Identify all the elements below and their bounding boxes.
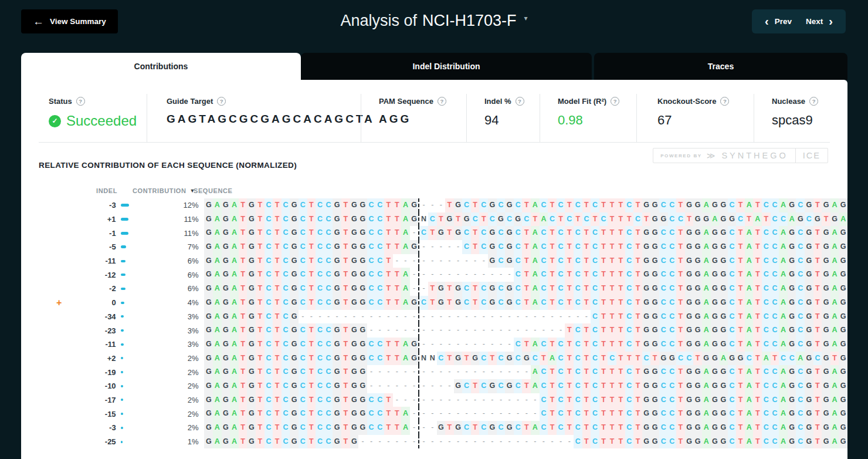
base-cell: C [574,240,582,254]
help-icon[interactable]: ? [217,97,226,106]
base-cell: A [401,268,410,282]
base-cell: T [599,338,608,352]
sequence: GAGATGTCTCGCTCCGTGG---------------------… [204,323,847,338]
prev-button[interactable]: ‹ Prev [760,16,796,28]
base-cell: G [358,282,367,296]
sequence-row[interactable]: -102%GAGATGTCTCGCTCCGTGG----------GCTCGC… [21,379,847,393]
base-cell: G [358,212,367,227]
nuclease-value: spcas9 [772,113,847,128]
base-cell: G [204,268,213,282]
sequence-row[interactable]: -57%GAGATGTCTCGCTCCGTGGCCTTAG-----CTCGCG… [21,240,847,254]
gap-cell: - [410,254,419,268]
base-cell: T [548,226,557,240]
base-cell: G [685,226,694,240]
sequence-row[interactable]: -343%GAGATGTCTCG------------------------… [21,310,847,324]
base-cell: A [230,226,239,240]
base-cell: A [779,198,788,212]
contribution-bar [121,343,124,346]
base-cell: T [599,226,608,240]
sequence-row[interactable]: -233%GAGATGTCTCGCTCCGTGG----------------… [21,323,847,338]
base-cell: T [676,240,685,254]
content-panel: Status ? ✓ Succeeded Guide Target ? GAGT… [21,80,847,459]
base-cell: C [659,435,668,449]
base-cell: C [505,212,514,227]
help-icon[interactable]: ? [809,97,818,106]
gap-cell: - [437,338,446,352]
sequence-row[interactable]: +111%GAGATGTCTCGCTCCGTGGCCTTAGNCTGTGCTCG… [21,212,847,227]
sequence-row[interactable]: -192%GAGATGTCTCGCTCCGTGG----------------… [21,365,847,379]
base-cell: T [307,240,316,254]
sequence-row[interactable]: +04%GAGATGTCTCGCTCCGTGGCCTTAGCTGTGCTCGCG… [21,296,847,310]
base-cell: G [358,198,367,212]
base-cell: C [574,226,582,240]
next-button[interactable]: Next › [801,16,838,28]
sequence-row[interactable]: -116%GAGATGTCTCGCTCCGTGGCCT-----------GC… [21,254,847,268]
base-cell: C [324,323,333,338]
base-cell: C [265,393,273,407]
help-icon[interactable]: ? [438,97,446,106]
base-cell: T [239,435,247,449]
indel-percent-value: 94 [484,113,540,128]
base-cell: C [728,435,737,449]
tab-contributions[interactable]: Contributions [21,53,301,80]
base-cell: C [367,268,376,282]
base-cell: G [204,240,213,254]
base-cell: C [574,282,582,296]
base-cell: G [685,282,694,296]
base-cell: G [685,365,694,379]
contribution-column-header[interactable]: CONTRIBUTION ▼ [117,187,188,194]
base-cell: C [625,240,634,254]
base-cell: A [213,268,222,282]
sequence-row[interactable]: -312%GAGATGTCTCGCTCCGTGGCCTTAG---TGCTCGC… [21,198,847,212]
help-icon[interactable]: ? [516,97,524,106]
sequence-row[interactable]: -126%GAGATGTCTCGCTCCGTGGCCTTA-----------… [21,268,847,282]
sequence-row[interactable]: -32%GAGATGTCTCGCTCCGTGGCCTTA---GTGCTCGCG… [21,421,847,435]
base-cell: C [668,240,677,254]
help-icon[interactable]: ? [720,97,729,106]
base-cell: C [625,435,634,449]
title-dropdown-caret-icon[interactable]: ▾ [524,14,528,22]
tab-traces[interactable]: Traces [594,53,847,80]
sequence-row[interactable]: +22%GAGATGTCTCGCTCCGTGGCCTTAGNNCTGTGCTCG… [21,352,847,366]
sequence: GAGATGTCTCGCTCCGTGGCCTTAGCTGTGCTCGCGCTAC… [204,296,847,310]
base-cell: T [307,282,316,296]
base-cell: T [273,310,282,324]
gap-cell: - [445,268,454,282]
gap-cell: - [548,323,557,338]
base-cell: C [282,282,290,296]
base-cell: T [608,379,616,393]
base-cell: G [711,226,720,240]
base-cell: G [805,393,813,407]
sequence-row[interactable]: -26%GAGATGTCTCGCTCCGTGGCCTTA--TGTGCTCGCG… [21,282,847,296]
base-cell: C [324,379,333,393]
help-icon[interactable]: ? [76,97,85,106]
sequence-row[interactable]: -111%GAGATGTCTCGCTCCGTGGCCTTA-CTGTGCTCGC… [21,226,847,240]
sequence: GAGATGTCTCGCTCCGTGGCCT-----------GCGCTAC… [204,254,847,268]
base-cell: T [239,254,247,268]
base-cell: G [711,379,720,393]
base-cell: C [316,198,324,212]
gap-cell: - [428,254,437,268]
sequence-row[interactable]: -251%GAGATGTCTCGCTCCGTG-----------------… [21,435,847,449]
help-icon[interactable]: ? [611,97,619,106]
sequence-row[interactable]: -113%GAGATGTCTCGCTCCGTGGCCTTAG----------… [21,338,847,352]
base-cell: C [324,352,333,366]
title-prefix: Analysis of [340,12,417,30]
sequence: GAGATGTCTCGCTCCGTGGCCTTA-CTGTGCTCGCGCTAC… [204,226,847,240]
base-cell: G [204,421,213,435]
contribution-bar [121,385,123,387]
gap-cell: - [454,393,463,407]
base-cell: T [239,226,247,240]
base-cell: T [256,198,265,212]
base-cell: G [488,421,497,435]
pager: ‹ Prev Next › [752,9,846,33]
base-cell: T [565,338,574,352]
tab-indel-distribution[interactable]: Indel Distribution [301,53,592,80]
base-cell: T [753,365,762,379]
sequence-row[interactable]: -172%GAGATGTCTCGCTCCGTGGCCT-------------… [21,393,847,407]
base-cell: T [676,310,685,324]
base-cell: C [316,393,324,407]
sequence-row[interactable]: -152%GAGATGTCTCGCTCCGTGGCCTTA-----------… [21,407,847,421]
base-cell: G [702,212,711,227]
base-cell: C [540,421,548,435]
